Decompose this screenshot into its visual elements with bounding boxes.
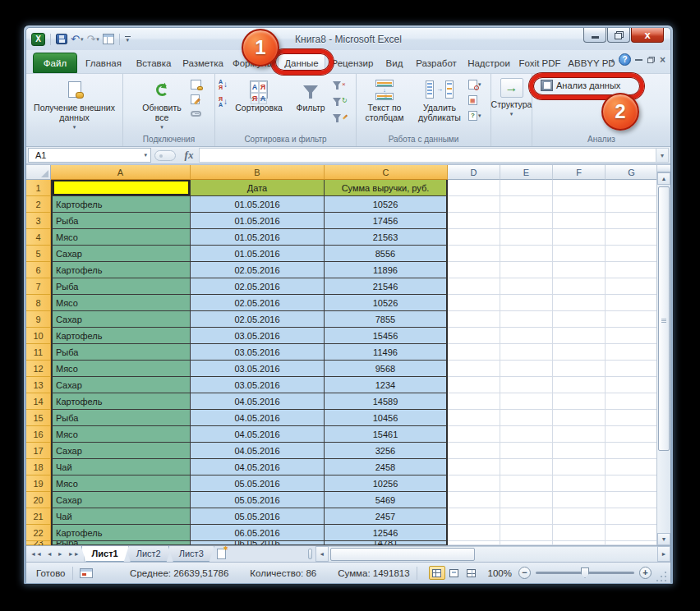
cell-product[interactable]: Рыба bbox=[51, 278, 191, 295]
cell-value[interactable]: 11896 bbox=[325, 262, 448, 278]
insert-sheet-button[interactable] bbox=[212, 546, 231, 562]
cell-value[interactable]: 10456 bbox=[325, 410, 448, 426]
cell-date[interactable]: 03.05.2016 bbox=[191, 377, 325, 393]
restore-button[interactable] bbox=[607, 28, 630, 43]
cell-date[interactable]: 04.05.2016 bbox=[191, 443, 325, 459]
cell-date[interactable]: 03.05.2016 bbox=[191, 344, 325, 361]
cell-empty[interactable] bbox=[448, 475, 500, 492]
cell-product[interactable]: Картофель bbox=[51, 196, 191, 213]
cell-empty[interactable] bbox=[500, 459, 553, 475]
edit-links-button[interactable] bbox=[191, 108, 201, 120]
sheet-tab-лист2[interactable]: Лист2 bbox=[126, 546, 172, 562]
cell-empty[interactable] bbox=[500, 475, 553, 492]
zoom-in-button[interactable]: + bbox=[639, 567, 652, 579]
column-header-d[interactable]: D bbox=[448, 165, 500, 180]
cell-empty[interactable] bbox=[448, 344, 500, 361]
cell-b1[interactable]: Дата bbox=[191, 180, 325, 196]
name-box[interactable]: A1 ▾ bbox=[28, 148, 151, 163]
cell-value[interactable]: 9568 bbox=[325, 361, 448, 377]
cell-value[interactable]: 15461 bbox=[325, 426, 448, 443]
cell-empty[interactable] bbox=[500, 278, 553, 295]
select-all-corner[interactable] bbox=[26, 165, 51, 180]
help-icon[interactable]: ? bbox=[619, 53, 631, 66]
column-header-e[interactable]: E bbox=[500, 165, 553, 180]
cell-empty[interactable] bbox=[553, 492, 606, 508]
expand-formula-bar-icon[interactable]: ▾ bbox=[656, 148, 669, 163]
row-header-9[interactable]: 9 bbox=[26, 311, 51, 328]
cell-empty[interactable] bbox=[448, 328, 500, 344]
cell-product[interactable]: Сахар bbox=[51, 443, 191, 459]
cell-value[interactable]: 10256 bbox=[325, 475, 448, 492]
cell-empty[interactable] bbox=[500, 344, 553, 361]
cell-empty[interactable] bbox=[553, 525, 606, 541]
cell-empty[interactable] bbox=[606, 459, 658, 475]
cell-empty[interactable] bbox=[606, 196, 658, 213]
cell-empty[interactable] bbox=[500, 262, 553, 278]
cell-empty[interactable] bbox=[448, 508, 500, 525]
cell-date[interactable]: 04.05.2016 bbox=[191, 393, 325, 410]
workbook-minimize-icon[interactable] bbox=[635, 59, 642, 61]
sheet-tab-лист1[interactable]: Лист1 bbox=[81, 546, 129, 562]
cell-empty[interactable] bbox=[553, 328, 606, 344]
cell-date[interactable]: 02.05.2016 bbox=[191, 295, 325, 311]
cell-value[interactable]: 17456 bbox=[325, 213, 448, 229]
workbook-restore-icon[interactable] bbox=[647, 57, 655, 63]
cell-date[interactable]: 02.05.2016 bbox=[191, 262, 325, 278]
cell-empty[interactable] bbox=[500, 229, 553, 246]
cell-empty[interactable] bbox=[448, 213, 500, 229]
cell-empty[interactable] bbox=[553, 246, 606, 262]
cell-empty[interactable] bbox=[500, 492, 553, 508]
cell-value[interactable]: 10526 bbox=[325, 295, 448, 311]
insert-function-icon[interactable]: fx bbox=[179, 149, 199, 162]
cell-empty[interactable] bbox=[500, 508, 553, 525]
cell-date[interactable]: 01.05.2016 bbox=[191, 246, 325, 262]
name-box-dropdown-icon[interactable]: ▾ bbox=[144, 152, 147, 158]
row-header-19[interactable]: 19 bbox=[26, 475, 51, 492]
cell-empty[interactable] bbox=[500, 328, 553, 344]
cell-empty[interactable] bbox=[448, 262, 500, 278]
cell-empty[interactable] bbox=[553, 443, 606, 459]
cell-value[interactable]: 21563 bbox=[325, 229, 448, 246]
outline-button[interactable]: → Структура ▾ bbox=[492, 76, 532, 119]
cell-empty[interactable] bbox=[606, 443, 658, 459]
cell-date[interactable]: 05.05.2016 bbox=[191, 492, 325, 508]
cell-empty[interactable] bbox=[553, 213, 606, 229]
sheet-tab-лист3[interactable]: Лист3 bbox=[168, 546, 214, 562]
connections-button[interactable] bbox=[191, 78, 201, 90]
cell-value[interactable]: 21546 bbox=[325, 278, 448, 295]
cell-date[interactable]: 05.05.2016 bbox=[191, 475, 325, 492]
cell-product[interactable]: Картофель bbox=[51, 525, 191, 541]
cell-empty[interactable] bbox=[606, 344, 658, 361]
cell-empty[interactable] bbox=[448, 459, 500, 475]
cell-empty[interactable] bbox=[448, 229, 500, 246]
scroll-left-icon[interactable]: ◄ bbox=[315, 546, 329, 562]
cell-date[interactable]: 01.05.2016 bbox=[191, 196, 325, 213]
cell-product[interactable]: Чай bbox=[51, 459, 191, 475]
cell-empty[interactable] bbox=[553, 180, 606, 196]
cell-product[interactable]: Мясо bbox=[51, 295, 191, 311]
cell-empty[interactable] bbox=[553, 393, 606, 410]
cell-empty[interactable] bbox=[553, 459, 606, 475]
cell-empty[interactable] bbox=[553, 377, 606, 393]
advanced-filter-button[interactable] bbox=[333, 111, 348, 123]
cell-value[interactable]: 12546 bbox=[325, 525, 448, 541]
column-header-g[interactable]: G bbox=[606, 165, 658, 180]
cell-empty[interactable] bbox=[553, 229, 606, 246]
cell-date[interactable]: 03.05.2016 bbox=[191, 361, 325, 377]
cell-product[interactable]: Сахар bbox=[51, 377, 191, 393]
cell-date[interactable]: 06.05.2016 bbox=[191, 525, 325, 541]
row-header-2[interactable]: 2 bbox=[26, 196, 51, 213]
cell-empty[interactable] bbox=[500, 443, 553, 459]
resize-grip[interactable] bbox=[656, 570, 668, 581]
cell-empty[interactable] bbox=[606, 262, 658, 278]
cell-empty[interactable] bbox=[500, 213, 553, 229]
cell-empty[interactable] bbox=[606, 508, 658, 525]
column-header-a[interactable]: A bbox=[51, 165, 191, 180]
cell-empty[interactable] bbox=[553, 278, 606, 295]
cell-empty[interactable] bbox=[553, 311, 606, 328]
cell-product[interactable]: Картофель bbox=[51, 393, 191, 410]
cell-value[interactable]: 2457 bbox=[325, 508, 448, 525]
cell-empty[interactable] bbox=[553, 196, 606, 213]
cell-empty[interactable] bbox=[448, 180, 500, 196]
row-header-14[interactable]: 14 bbox=[26, 393, 51, 410]
